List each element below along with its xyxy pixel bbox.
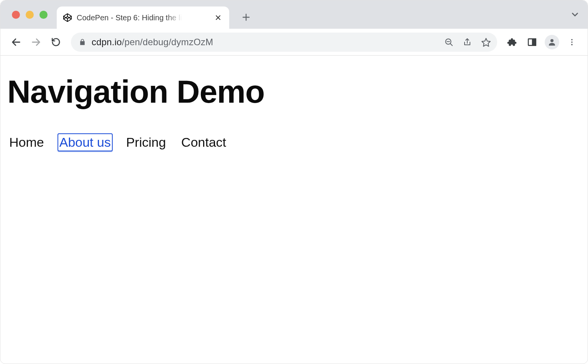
new-tab-button[interactable] xyxy=(238,9,255,26)
tab-list-dropdown[interactable] xyxy=(570,0,580,29)
share-icon[interactable] xyxy=(463,38,472,47)
tab-close-button[interactable] xyxy=(214,13,222,22)
profile-button[interactable] xyxy=(543,33,561,51)
url-path: /pen/debug/dymzOzM xyxy=(122,37,213,47)
window-zoom-button[interactable] xyxy=(39,11,48,19)
svg-point-15 xyxy=(550,39,554,42)
browser-tab-active[interactable]: CodePen - Step 6: Hiding the li xyxy=(57,7,229,29)
zoom-icon[interactable] xyxy=(444,38,453,47)
svg-marker-12 xyxy=(482,38,490,46)
main-nav: Home About us Pricing Contact xyxy=(7,133,581,151)
nav-link-home[interactable]: Home xyxy=(7,133,46,151)
nav-back-button[interactable] xyxy=(7,33,25,51)
codepen-icon xyxy=(63,13,72,22)
kebab-menu-button[interactable] xyxy=(563,33,581,51)
page-content: Navigation Demo Home About us Pricing Co… xyxy=(0,56,588,151)
window-close-button[interactable] xyxy=(12,11,20,19)
address-bar-url: cdpn.io/pen/debug/dymzOzM xyxy=(92,37,213,48)
extensions-button[interactable] xyxy=(503,33,521,51)
window-controls xyxy=(0,0,48,29)
nav-link-pricing[interactable]: Pricing xyxy=(124,133,168,151)
svg-point-18 xyxy=(571,44,573,45)
url-domain: cdpn.io xyxy=(92,37,122,47)
page-title: Navigation Demo xyxy=(7,73,581,110)
svg-point-16 xyxy=(571,39,573,40)
avatar-icon xyxy=(545,35,559,49)
svg-rect-14 xyxy=(532,39,536,45)
browser-toolbar: cdpn.io/pen/debug/dymzOzM xyxy=(0,29,588,56)
nav-reload-button[interactable] xyxy=(47,33,65,51)
tab-title: CodePen - Step 6: Hiding the li xyxy=(77,13,182,22)
address-bar[interactable]: cdpn.io/pen/debug/dymzOzM xyxy=(71,33,497,52)
nav-forward-button[interactable] xyxy=(27,33,45,51)
svg-line-10 xyxy=(450,44,452,46)
bookmark-star-icon[interactable] xyxy=(481,37,491,47)
browser-chrome: CodePen - Step 6: Hiding the li xyxy=(0,0,588,56)
nav-link-contact[interactable]: Contact xyxy=(179,133,228,151)
svg-point-17 xyxy=(571,41,573,43)
tab-strip: CodePen - Step 6: Hiding the li xyxy=(0,0,588,29)
lock-icon xyxy=(79,38,86,46)
window-minimize-button[interactable] xyxy=(26,11,34,19)
nav-link-about-us[interactable]: About us xyxy=(57,133,113,151)
side-panel-button[interactable] xyxy=(523,33,541,51)
